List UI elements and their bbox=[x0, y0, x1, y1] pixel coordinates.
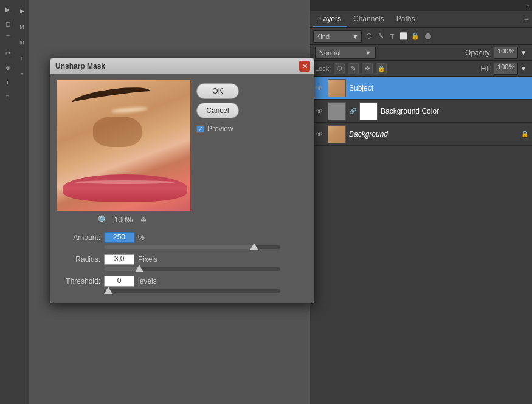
layer-lock-background-icon: 🔒 bbox=[521, 131, 528, 137]
preview-label: Preview bbox=[207, 125, 233, 133]
layer-item-background[interactable]: 👁 Background 🔒 bbox=[310, 123, 532, 146]
toolbar-info[interactable]: i bbox=[2, 76, 14, 88]
opacity-chevron-icon[interactable]: ▼ bbox=[520, 49, 527, 57]
fill-label: Fill: bbox=[480, 64, 492, 73]
preview-checkbox[interactable]: ✓ bbox=[196, 125, 204, 133]
panel-icon-1[interactable]: ▶ bbox=[16, 5, 28, 17]
tab-layers[interactable]: Layers bbox=[313, 12, 347, 27]
tab-channels[interactable]: Channels bbox=[347, 12, 390, 27]
layer-name-background: Background bbox=[349, 130, 518, 139]
kind-label: Kind bbox=[316, 33, 330, 40]
eyelash-curve bbox=[71, 84, 151, 110]
panel-icon-2[interactable]: M bbox=[16, 21, 28, 33]
layer-link-icon: 🔗 bbox=[349, 108, 356, 115]
lock-position-btn[interactable]: ✎ bbox=[348, 63, 359, 74]
dialog-controls: OK Cancel ✓ Preview bbox=[196, 80, 239, 226]
filter-adjust-icon[interactable]: ✎ bbox=[376, 32, 385, 41]
opacity-input[interactable]: 100% bbox=[494, 47, 518, 59]
lock-label: Lock: bbox=[315, 65, 331, 72]
opacity-label: Opacity: bbox=[465, 49, 492, 57]
toolbar-lasso[interactable]: ⌒ bbox=[2, 32, 14, 44]
panel-icon-3[interactable]: ⊞ bbox=[16, 36, 28, 49]
lock-row: Lock: ⬡ ✎ ✛ 🔒 Fill: 100% ▼ bbox=[310, 61, 532, 77]
threshold-slider-thumb[interactable] bbox=[104, 287, 112, 294]
threshold-slider-container bbox=[104, 289, 308, 293]
lock-all-btn[interactable]: 🔒 bbox=[376, 63, 387, 74]
blend-mode-dropdown[interactable]: Normal ▼ bbox=[315, 47, 376, 59]
thumb-bg-img bbox=[328, 126, 345, 143]
ok-button[interactable]: OK bbox=[196, 83, 239, 99]
toolbar-select[interactable]: ◻ bbox=[2, 18, 14, 30]
toolbar-eyedrop[interactable]: ⊕ bbox=[2, 61, 14, 74]
layer-eye-bgcolor[interactable]: 👁 bbox=[314, 106, 325, 117]
toolbar-crop[interactable]: ✂ bbox=[2, 47, 14, 59]
filter-type-icon[interactable]: T bbox=[387, 32, 397, 41]
amount-input[interactable]: 250 bbox=[104, 232, 134, 243]
amount-slider-track[interactable] bbox=[104, 245, 280, 249]
zoom-level: 100% bbox=[114, 216, 133, 224]
zoom-out-button[interactable]: 🔍 bbox=[97, 214, 109, 226]
thumb-face-img bbox=[328, 80, 345, 97]
dialog-close-button[interactable]: ✕ bbox=[299, 61, 310, 72]
panel-icon-5[interactable]: ≡ bbox=[16, 68, 28, 80]
preview-section: 🔍 100% ⊕ bbox=[57, 80, 190, 226]
radius-row: Radius: 3,0 Pixels bbox=[57, 254, 308, 265]
layer-eye-background[interactable]: 👁 bbox=[314, 129, 325, 140]
filter-shape-icon[interactable]: ⬜ bbox=[399, 32, 409, 41]
kind-dropdown[interactable]: Kind ▼ bbox=[313, 30, 362, 43]
preview-canvas[interactable] bbox=[57, 80, 190, 211]
dialog-titlebar: Unsharp Mask ✕ bbox=[50, 58, 314, 74]
blend-chevron-icon: ▼ bbox=[365, 49, 371, 56]
kind-dot-icon bbox=[425, 33, 431, 39]
right-panel: » Layers Channels Paths ≡ Kind ▼ ⬡ ✎ T ⬜… bbox=[310, 0, 532, 404]
layers-panel: Layers Channels Paths ≡ Kind ▼ ⬡ ✎ T ⬜ 🔒… bbox=[310, 11, 532, 404]
radius-unit: Pixels bbox=[138, 255, 157, 264]
threshold-slider-track[interactable] bbox=[104, 289, 280, 293]
layer-thumb-bgcolor-gray bbox=[328, 102, 346, 120]
lock-pixels-btn[interactable]: ⬡ bbox=[334, 63, 345, 74]
filter-icons: ⬡ ✎ T ⬜ 🔒 bbox=[364, 32, 420, 41]
layers-menu-icon[interactable]: ≡ bbox=[524, 15, 529, 24]
panel-icons: ▶ M ⊞ i ≡ bbox=[15, 0, 29, 404]
layer-eye-subject[interactable]: 👁 bbox=[314, 83, 325, 94]
threshold-unit: levels bbox=[138, 277, 157, 286]
left-toolbar: ▶ ◻ ⌒ ✂ ⊕ i ≡ bbox=[0, 0, 15, 404]
tab-paths[interactable]: Paths bbox=[390, 12, 421, 27]
radius-slider-thumb[interactable] bbox=[135, 265, 143, 272]
fill-chevron-icon[interactable]: ▼ bbox=[520, 64, 527, 73]
lock-artboard-btn[interactable]: ✛ bbox=[362, 63, 373, 74]
layer-item-bgcolor[interactable]: 👁 🔗 Background Color bbox=[310, 100, 532, 123]
layer-name-bgcolor: Background Color bbox=[381, 107, 528, 115]
panel-collapse-icon[interactable]: » bbox=[525, 2, 529, 9]
opacity-section: Opacity: 100% ▼ bbox=[465, 47, 527, 59]
filter-pixel-icon[interactable]: ⬡ bbox=[364, 32, 374, 41]
layer-item-subject[interactable]: 👁 Subject bbox=[310, 77, 532, 100]
unsharp-mask-dialog: Unsharp Mask ✕ bbox=[50, 58, 314, 303]
layers-list: 👁 Subject 👁 🔗 Background Color 👁 bbox=[310, 77, 532, 404]
toolbar-layers-icon[interactable]: ≡ bbox=[2, 91, 14, 103]
threshold-row: Threshold: 0 levels bbox=[57, 276, 308, 287]
radius-slider-container bbox=[104, 267, 308, 271]
panel-icon-4[interactable]: i bbox=[16, 52, 28, 64]
radius-label: Radius: bbox=[57, 255, 100, 264]
lip-highlight bbox=[75, 180, 175, 184]
amount-label: Amount: bbox=[57, 233, 100, 242]
blend-mode-value: Normal bbox=[319, 49, 340, 56]
toolbar-move[interactable]: ▶ bbox=[2, 3, 14, 15]
radius-slider-fill bbox=[104, 267, 139, 271]
radius-slider-track[interactable] bbox=[104, 267, 280, 271]
slider-section: Amount: 250 % Radius: 3,0 Pixels bbox=[57, 232, 308, 293]
amount-slider-thumb[interactable] bbox=[250, 243, 258, 250]
nose-highlight bbox=[111, 106, 148, 114]
skin-texture bbox=[57, 80, 190, 211]
fill-section: Fill: 100% ▼ bbox=[480, 63, 527, 75]
radius-input[interactable]: 3,0 bbox=[104, 254, 134, 265]
zoom-in-button[interactable]: ⊕ bbox=[137, 214, 150, 226]
kind-chevron-icon: ▼ bbox=[352, 33, 359, 40]
dialog-preview-area: 🔍 100% ⊕ OK Cancel ✓ Preview bbox=[57, 80, 308, 226]
filter-smart-icon[interactable]: 🔒 bbox=[410, 32, 420, 41]
fill-input[interactable]: 100% bbox=[494, 63, 518, 75]
cancel-button[interactable]: Cancel bbox=[196, 103, 239, 118]
threshold-input[interactable]: 0 bbox=[104, 276, 134, 287]
preview-check: ✓ Preview bbox=[196, 125, 239, 133]
